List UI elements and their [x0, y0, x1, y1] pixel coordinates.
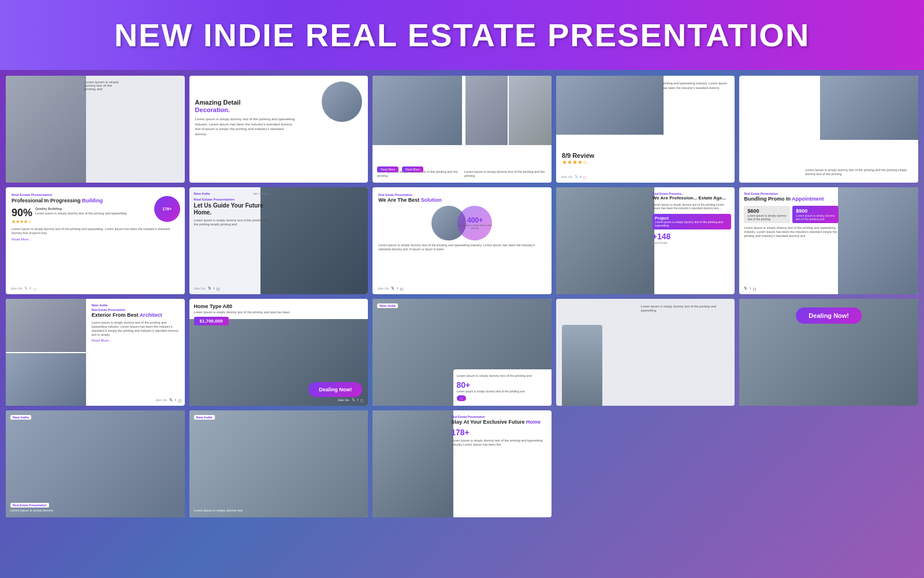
slide-r1s1: Lorem Ipsum is simply dummy text of the … [6, 76, 185, 183]
slide-r1s5: Lorem Ipsum is simply dummy text of the … [739, 76, 918, 183]
slide-r2s3: Real Estate Presentation We Are The Best… [372, 187, 552, 294]
slides-grid: Lorem Ipsum is simply dummy text of the … [0, 70, 924, 523]
slide-r3s3: Home Type A80 Lorem Ipsum is simply dumm… [189, 299, 368, 406]
page-title: NEW INDIE REAL ESTATE PRESENTATION [23, 16, 901, 54]
slide-r1s3: Lorem Ipsum is simply dummy text of the … [372, 76, 552, 183]
slide-r4s3: New Indie Real Estate Presentation Lorem… [6, 410, 185, 517]
slide-r4s5: Real Estate Presentation Stay At Your Ex… [372, 410, 552, 517]
slide-r1s2: Amazing DetailDecoration. Lorem Ipsum is… [189, 76, 368, 183]
slide-r4s4: New Indie Lorem Ipsum is simply dummy te… [189, 410, 368, 517]
slide-r3s2: New Indie Real Estate Presentation Exter… [6, 299, 185, 406]
slide-r4s2: Dealing Now! [739, 299, 918, 406]
slide-r2s1: Real Estate Presentation Professional In… [6, 187, 185, 294]
brand-tag-r2s1: Real Estate Presentation [12, 193, 179, 197]
slide-r1s4: printing and typesetting industry. Lorem… [556, 76, 735, 183]
slide-r4s1: Lorem Ipsum is simply dummy text of the … [556, 299, 735, 406]
slide-r3s4: New Indie Lorem Ipsum is simply dummy te… [372, 299, 552, 406]
page-header: NEW INDIE REAL ESTATE PRESENTATION [0, 0, 924, 70]
slide-r2s4: Real Estate Presenta... We Are Professio… [556, 187, 735, 294]
slide-r3s1: Real Estate Presentation Bundling Promo … [739, 187, 918, 294]
slide-r2s2: New Indie Join Us 𝕏 f ◻ Real Estate Pres… [189, 187, 368, 294]
